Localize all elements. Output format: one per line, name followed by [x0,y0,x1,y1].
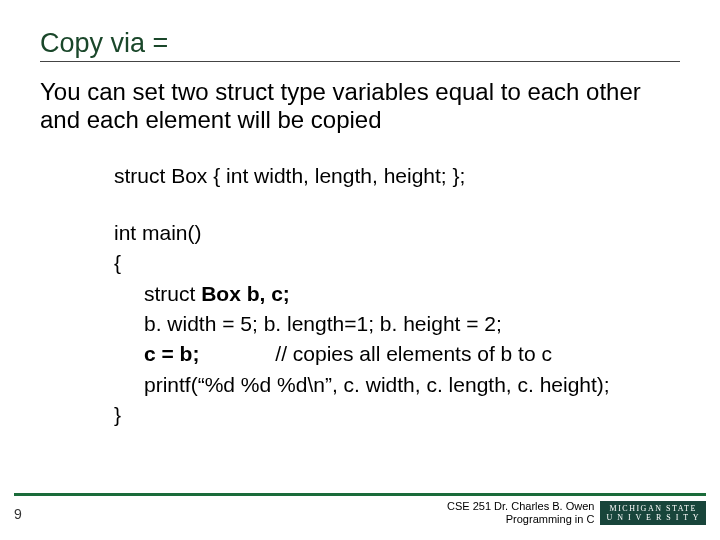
code-line-2: b. width = 5; b. length=1; b. height = 2… [114,309,680,339]
code-spacer [199,342,275,365]
page-number: 9 [14,500,22,522]
code-line-main: int main() [114,218,680,248]
code-line-1: struct Box b, c; [114,279,680,309]
code-line-4: printf(“%d %d %d\n”, c. width, c. length… [114,370,680,400]
code-line-3: c = b; // copies all elements of b to c [114,339,680,369]
footer-credit: CSE 251 Dr. Charles B. Owen Programming … [447,500,594,526]
code-text: struct [144,282,201,305]
logo-top-text: MICHIGAN STATE [606,504,700,513]
code-line-brace-close: } [114,400,680,430]
code-text-bold: c = b; [144,342,199,365]
slide-title: Copy via = [40,28,680,62]
slide-subtitle: You can set two struct type variables eq… [40,78,680,133]
code-line-brace-open: { [114,248,680,278]
msu-logo: MICHIGAN STATE U N I V E R S I T Y [600,501,706,525]
code-text: // copies all elements of b to c [275,342,552,365]
logo-bottom-text: U N I V E R S I T Y [606,513,700,522]
footer: 9 CSE 251 Dr. Charles B. Owen Programmin… [0,493,720,526]
credit-line-2: Programming in C [447,513,594,526]
code-block: struct Box { int width, length, height; … [114,161,680,431]
footer-divider [14,493,706,496]
code-line-decl: struct Box { int width, length, height; … [114,161,680,191]
code-text-bold: Box b, c; [201,282,290,305]
credit-line-1: CSE 251 Dr. Charles B. Owen [447,500,594,513]
